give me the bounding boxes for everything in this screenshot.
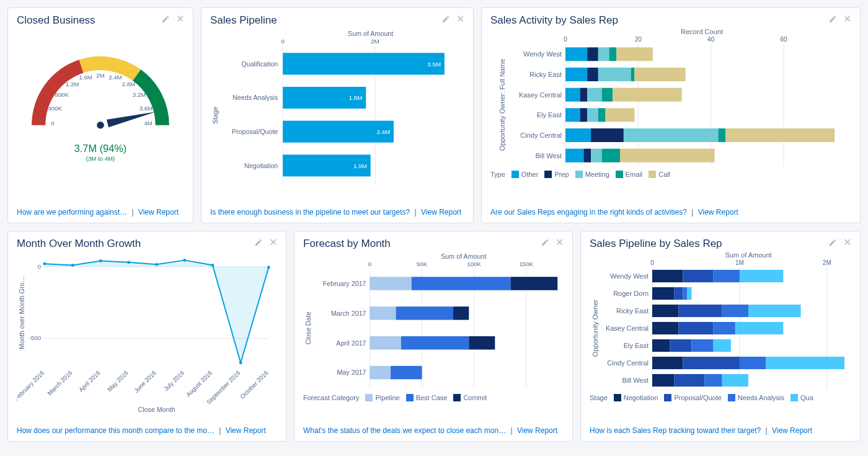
svg-rect-63 <box>598 108 606 122</box>
svg-rect-76 <box>620 149 715 163</box>
close-icon[interactable]: ✕ <box>843 238 851 249</box>
svg-rect-113 <box>412 277 511 290</box>
view-report-link[interactable]: View Report <box>226 426 266 435</box>
svg-rect-143 <box>687 287 691 300</box>
view-report-link[interactable]: View Report <box>772 426 812 435</box>
card-title: Sales Pipeline by Sales Rep <box>590 238 828 250</box>
svg-text:20: 20 <box>635 36 642 43</box>
svg-text:40: 40 <box>707 36 715 43</box>
close-icon[interactable]: ✕ <box>843 15 851 26</box>
svg-rect-57 <box>602 88 613 102</box>
footer-question[interactable]: What's the status of the deals we expect… <box>303 426 506 435</box>
svg-rect-168 <box>722 374 748 387</box>
view-report-link[interactable]: View Report <box>138 208 179 217</box>
svg-text:Cindy Central: Cindy Central <box>607 359 649 367</box>
svg-point-87 <box>183 259 186 262</box>
svg-rect-69 <box>718 128 725 142</box>
sales-activity-chart: Record Count0204060Wendy WestRicky EastK… <box>490 27 851 171</box>
svg-rect-146 <box>678 305 722 317</box>
svg-rect-74 <box>591 149 602 163</box>
svg-rect-158 <box>714 339 731 352</box>
mom-growth-chart: 0-500February 2016March 2016April 2016Ma… <box>17 250 277 418</box>
svg-text:150K: 150K <box>519 261 533 267</box>
view-report-link[interactable]: View Report <box>517 426 557 435</box>
dashboard: Closed Business ✕ 0400K800K1.2M1.6M2M2.4… <box>7 7 861 442</box>
svg-rect-141 <box>674 287 683 300</box>
edit-icon[interactable] <box>441 15 450 26</box>
svg-text:2.4M: 2.4M <box>108 74 122 81</box>
svg-text:Cindy Central: Cindy Central <box>520 132 562 139</box>
svg-rect-167 <box>705 374 722 387</box>
svg-text:Negotiation: Negotiation <box>244 162 278 169</box>
svg-text:3.2M: 3.2M <box>133 91 146 98</box>
svg-rect-61 <box>580 108 587 122</box>
card-footer: Is there enough business in the pipeline… <box>210 204 464 217</box>
svg-rect-152 <box>714 322 735 334</box>
edit-icon[interactable] <box>828 238 837 249</box>
svg-rect-163 <box>766 357 844 369</box>
svg-text:Opportunity Owner: Opportunity Owner <box>591 300 599 357</box>
edit-icon[interactable] <box>254 238 263 249</box>
svg-rect-155 <box>652 339 670 352</box>
svg-text:Sum of Amount: Sum of Amount <box>441 253 486 260</box>
card-title: Sales Pipeline <box>210 14 441 27</box>
svg-text:Ricky East: Ricky East <box>616 307 649 315</box>
footer-question[interactable]: Are our Sales Reps engaging in the right… <box>490 208 687 217</box>
svg-text:June 2016: June 2016 <box>133 369 157 394</box>
svg-rect-52 <box>634 68 685 81</box>
svg-text:800K: 800K <box>55 91 69 98</box>
svg-rect-49 <box>587 68 598 81</box>
edit-icon[interactable] <box>161 15 170 26</box>
svg-text:Qualification: Qualification <box>241 60 278 68</box>
svg-text:Sum of Amount: Sum of Amount <box>725 251 771 259</box>
svg-point-86 <box>155 263 158 266</box>
view-report-link[interactable]: View Report <box>698 208 738 217</box>
svg-rect-137 <box>714 270 740 282</box>
svg-point-11 <box>97 122 104 129</box>
svg-text:0: 0 <box>51 120 54 127</box>
svg-rect-147 <box>722 305 748 317</box>
svg-text:Ely East: Ely East <box>624 342 649 349</box>
footer-question[interactable]: How does our performance this month comp… <box>17 426 215 435</box>
edit-icon[interactable] <box>541 238 549 249</box>
card-closed-business: Closed Business ✕ 0400K800K1.2M1.6M2M2.4… <box>7 7 193 223</box>
footer-question[interactable]: How are we performing against… <box>17 208 127 217</box>
view-report-link[interactable]: View Report <box>421 208 461 217</box>
svg-text:Sum of Amount: Sum of Amount <box>348 30 393 37</box>
svg-text:0: 0 <box>564 36 567 43</box>
edit-icon[interactable] <box>828 15 837 26</box>
svg-rect-117 <box>396 306 453 320</box>
card-title: Sales Activity by Sales Rep <box>490 14 828 27</box>
svg-rect-50 <box>598 68 631 81</box>
svg-point-90 <box>267 266 270 269</box>
footer-question[interactable]: How is each Sales Rep tracking toward th… <box>590 426 761 435</box>
svg-rect-48 <box>565 68 587 81</box>
svg-rect-68 <box>624 128 719 142</box>
svg-text:(3M to 4M): (3M to 4M) <box>86 155 115 162</box>
dashboard-row-2: Month Over Month Growth ✕ 0-500February … <box>7 231 861 442</box>
svg-rect-140 <box>652 287 674 300</box>
card-title: Month Over Month Growth <box>17 238 254 250</box>
close-icon[interactable]: ✕ <box>556 238 564 249</box>
svg-rect-161 <box>683 357 740 369</box>
svg-text:Wendy West: Wendy West <box>523 50 562 58</box>
svg-rect-121 <box>401 336 469 349</box>
svg-text:Close Date: Close Date <box>304 311 312 344</box>
svg-text:Kasey Central: Kasey Central <box>606 324 649 332</box>
close-icon[interactable]: ✕ <box>269 238 277 249</box>
svg-text:February 2017: February 2017 <box>323 280 366 287</box>
card-footer: How are we performing against… | View Re… <box>17 204 184 217</box>
svg-text:Bill West: Bill West <box>535 152 562 159</box>
svg-text:2M: 2M <box>823 259 831 266</box>
card-footer: How does our performance this month comp… <box>17 422 277 435</box>
footer-question[interactable]: Is there enough business in the pipeline… <box>210 208 410 217</box>
close-icon[interactable]: ✕ <box>456 15 464 26</box>
svg-text:Ely East: Ely East <box>537 111 562 118</box>
card-pipeline-by-rep: Sales Pipeline by Sales Rep ✕ Sum of Amo… <box>580 231 861 442</box>
close-icon[interactable]: ✕ <box>176 15 184 26</box>
svg-text:3.5M: 3.5M <box>427 61 441 68</box>
svg-rect-150 <box>652 322 678 334</box>
svg-rect-56 <box>587 88 601 102</box>
svg-rect-162 <box>740 357 766 369</box>
svg-rect-151 <box>678 322 713 334</box>
